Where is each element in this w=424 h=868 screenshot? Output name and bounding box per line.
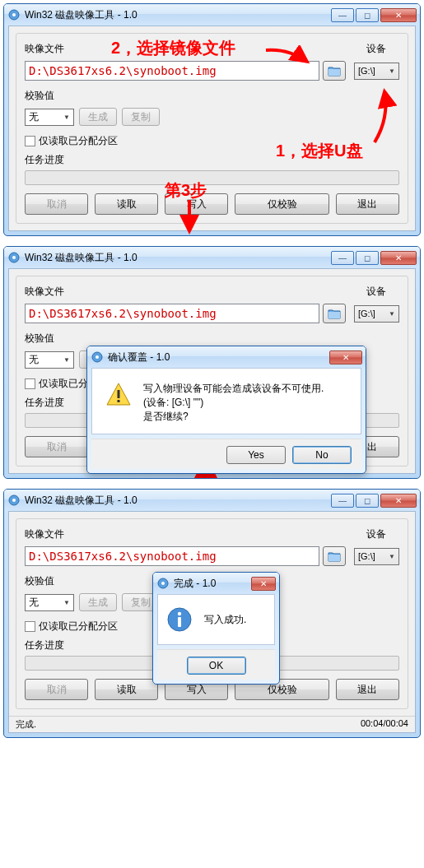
done-dialog: 完成 - 1.0 ✕ 写入成功. OK bbox=[152, 572, 280, 685]
minimize-button[interactable]: — bbox=[331, 251, 354, 265]
svg-point-9 bbox=[12, 499, 16, 502]
image-file-label: 映像文件 bbox=[25, 42, 64, 56]
checksum-value: 无 bbox=[29, 110, 39, 124]
svg-rect-14 bbox=[178, 617, 181, 627]
dialog-titlebar[interactable]: 确认覆盖 - 1.0 ✕ bbox=[87, 346, 366, 368]
dialog-titlebar[interactable]: 完成 - 1.0 ✕ bbox=[153, 573, 279, 594]
read-allocated-checkbox[interactable] bbox=[25, 621, 35, 632]
status-text: 完成. bbox=[16, 718, 36, 731]
folder-icon bbox=[328, 65, 341, 77]
device-select[interactable]: [G:\]▼ bbox=[354, 305, 399, 323]
dialog-close-button[interactable]: ✕ bbox=[251, 577, 276, 591]
exit-button[interactable]: 退出 bbox=[336, 679, 399, 700]
checksum-type-select[interactable]: 无▼ bbox=[25, 594, 74, 611]
done-message: 写入成功. bbox=[204, 613, 246, 627]
titlebar[interactable]: Win32 磁盘映像工具 - 1.0 — ◻ ✕ bbox=[4, 490, 420, 511]
main-window-3: Win32 磁盘映像工具 - 1.0 — ◻ ✕ 映像文件 设备 [G:\]▼ … bbox=[3, 489, 421, 738]
image-file-label: 映像文件 bbox=[25, 285, 64, 299]
app-icon bbox=[156, 577, 170, 590]
svg-point-3 bbox=[12, 256, 16, 259]
checksum-type-select[interactable]: 无▼ bbox=[25, 351, 74, 369]
dialog-message: 写入物理设备可能会造成该设备不可使用. (设备: [G:\] "") 是否继续? bbox=[143, 382, 324, 424]
svg-rect-6 bbox=[118, 390, 120, 398]
app-icon bbox=[91, 350, 104, 364]
exit-button[interactable]: 退出 bbox=[336, 193, 399, 215]
device-value: [G:\] bbox=[358, 66, 375, 76]
image-file-input[interactable] bbox=[25, 546, 319, 566]
copy-button[interactable]: 复制 bbox=[122, 108, 160, 126]
svg-point-11 bbox=[161, 582, 165, 585]
svg-point-1 bbox=[12, 13, 16, 16]
generate-button[interactable]: 生成 bbox=[79, 108, 117, 126]
device-label: 设备 bbox=[366, 42, 386, 56]
dropdown-arrow-icon: ▼ bbox=[389, 67, 395, 75]
app-icon bbox=[7, 251, 21, 264]
device-select[interactable]: [G:\] ▼ bbox=[354, 63, 399, 80]
dialog-title: 完成 - 1.0 bbox=[174, 577, 251, 591]
close-button[interactable]: ✕ bbox=[380, 494, 417, 508]
maximize-button[interactable]: ◻ bbox=[356, 8, 379, 22]
device-select[interactable]: [G:\]▼ bbox=[354, 548, 399, 565]
read-button[interactable]: 读取 bbox=[95, 679, 158, 700]
dialog-title: 确认覆盖 - 1.0 bbox=[108, 350, 329, 364]
main-window-1: Win32 磁盘映像工具 - 1.0 — ◻ ✕ 映像文件 设备 [G:\] ▼ bbox=[3, 3, 421, 236]
maximize-button[interactable]: ◻ bbox=[356, 494, 379, 508]
dialog-close-button[interactable]: ✕ bbox=[329, 350, 362, 364]
info-icon bbox=[166, 606, 193, 633]
app-icon bbox=[7, 8, 21, 21]
main-panel: 映像文件 设备 [G:\] ▼ 校验值 无 ▼ bbox=[16, 33, 408, 224]
svg-point-5 bbox=[96, 355, 99, 359]
confirm-dialog: 确认覆盖 - 1.0 ✕ 写入物理设备可能会造成该设备不可使用. (设备: [G… bbox=[86, 346, 366, 474]
progress-bar bbox=[25, 170, 399, 185]
titlebar[interactable]: Win32 磁盘映像工具 - 1.0 — ◻ ✕ bbox=[4, 4, 420, 26]
close-button[interactable]: ✕ bbox=[380, 251, 417, 265]
dropdown-arrow-icon: ▼ bbox=[63, 114, 70, 121]
status-bar: 完成. 00:04/00:04 bbox=[9, 716, 415, 732]
maximize-button[interactable]: ◻ bbox=[356, 251, 379, 265]
close-button[interactable]: ✕ bbox=[380, 8, 417, 22]
cancel-button[interactable]: 取消 bbox=[25, 436, 88, 457]
browse-button[interactable] bbox=[323, 304, 346, 323]
client-area: 映像文件 设备 [G:\] ▼ 校验值 无 ▼ bbox=[8, 26, 416, 231]
image-file-input[interactable] bbox=[25, 304, 319, 323]
checksum-type-select[interactable]: 无 ▼ bbox=[25, 109, 74, 126]
minimize-button[interactable]: — bbox=[331, 8, 354, 22]
ok-button[interactable]: OK bbox=[187, 657, 246, 675]
read-button[interactable]: 读取 bbox=[95, 193, 158, 215]
titlebar[interactable]: Win32 磁盘映像工具 - 1.0 — ◻ ✕ bbox=[4, 247, 420, 268]
verify-button[interactable]: 仅校验 bbox=[235, 193, 329, 215]
read-allocated-checkbox[interactable] bbox=[25, 378, 35, 389]
task-progress-label: 任务进度 bbox=[25, 154, 64, 165]
window-title: Win32 磁盘映像工具 - 1.0 bbox=[25, 494, 331, 508]
browse-button[interactable] bbox=[323, 61, 346, 81]
image-file-input[interactable] bbox=[25, 61, 319, 81]
window-title: Win32 磁盘映像工具 - 1.0 bbox=[25, 8, 331, 22]
main-window-2: Win32 磁盘映像工具 - 1.0 — ◻ ✕ 映像文件 设备 [G:\]▼ bbox=[3, 246, 421, 479]
minimize-button[interactable]: — bbox=[331, 494, 354, 508]
browse-button[interactable] bbox=[323, 546, 346, 566]
warning-icon bbox=[105, 382, 132, 408]
cancel-button[interactable]: 取消 bbox=[25, 193, 88, 215]
write-button[interactable]: 写入 bbox=[165, 193, 228, 215]
checksum-label: 校验值 bbox=[25, 89, 54, 103]
no-button[interactable]: No bbox=[292, 446, 352, 464]
read-allocated-label: 仅读取已分配分区 bbox=[39, 134, 118, 148]
svg-point-13 bbox=[178, 612, 181, 615]
cancel-button[interactable]: 取消 bbox=[25, 679, 88, 700]
app-icon bbox=[7, 494, 21, 507]
window-title: Win32 磁盘映像工具 - 1.0 bbox=[25, 251, 331, 265]
window-controls: — ◻ ✕ bbox=[331, 8, 417, 22]
yes-button[interactable]: Yes bbox=[226, 446, 286, 464]
status-time: 00:04/00:04 bbox=[361, 718, 408, 731]
read-allocated-checkbox[interactable] bbox=[25, 136, 35, 146]
device-label: 设备 bbox=[366, 285, 386, 299]
svg-rect-7 bbox=[118, 400, 120, 402]
generate-button[interactable]: 生成 bbox=[79, 593, 117, 611]
